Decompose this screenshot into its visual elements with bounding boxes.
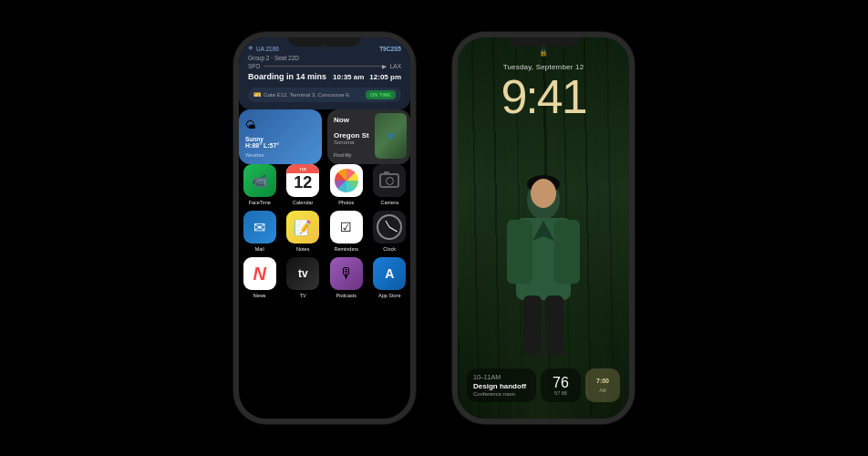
clock-widget-time: 7:00 <box>596 378 609 385</box>
event-location: Conference room <box>473 391 530 397</box>
scene: ✈ UA 2166 T9C2S5 Group 2 · Seat 22D SFO … <box>0 0 868 456</box>
lockscreen-person-area <box>467 128 620 368</box>
clock-widget-label: AM <box>599 388 606 393</box>
app-camera[interactable]: Camera <box>371 164 409 205</box>
phone-right: 🔒 Tuesday, September 12 9:41 <box>452 32 635 424</box>
app-appstore[interactable]: A App Store <box>371 257 409 298</box>
photos-icon <box>335 169 358 192</box>
app-notes[interactable]: 📝 Notes <box>284 211 323 252</box>
group-seat: Group 2 · Seat 22D <box>248 55 299 61</box>
app-mail[interactable]: ✉ Mail <box>241 211 279 252</box>
event-title: Design handoff <box>473 382 530 390</box>
home-screen: ✈ UA 2166 T9C2S5 Group 2 · Seat 22D SFO … <box>239 37 410 298</box>
on-time-badge: ON TIME <box>366 90 396 99</box>
clock-icon <box>377 214 402 240</box>
app-facetime[interactable]: 📹 FaceTime <box>241 164 279 205</box>
app-tv[interactable]: tv TV <box>284 257 323 298</box>
findmy-label: Find My <box>334 152 404 158</box>
temp-range: 57 88 <box>554 390 567 396</box>
app-podcasts[interactable]: 🎙 Podcasts <box>327 257 366 298</box>
svg-rect-6 <box>523 295 542 355</box>
phone-left: ✈ UA 2166 T9C2S5 Group 2 · Seat 22D SFO … <box>233 32 416 424</box>
weather-widget[interactable]: 🌤 Sunny H:88° L:57° Weather <box>239 109 322 164</box>
temperature-widget[interactable]: 76 57 88 <box>541 368 581 402</box>
weather-label: Weather <box>245 152 315 158</box>
destination: LAX <box>390 63 401 69</box>
gate-info: 🎫 Gate E12, Terminal 3, Concourse E <box>253 91 349 98</box>
svg-point-9 <box>531 179 556 208</box>
app-reminders[interactable]: ☑ Reminders <box>327 211 366 252</box>
lock-screen: 🔒 Tuesday, September 12 9:41 <box>458 37 629 419</box>
app-grid: 📹 FaceTime TUE 12 Calendar <box>239 164 410 298</box>
findmy-location: Oregon St <box>334 131 404 140</box>
svg-rect-2 <box>507 220 532 284</box>
origin: SFO <box>248 63 260 69</box>
depart-time: 10:35 am <box>333 73 364 81</box>
findmy-sub: Sonoma <box>334 140 404 145</box>
app-clock[interactable]: Clock <box>371 211 409 252</box>
svg-rect-3 <box>554 220 580 284</box>
camera-dot-right <box>542 45 546 49</box>
widgets-row: 🌤 Sunny H:88° L:57° Weather Now Oregon S… <box>239 109 410 164</box>
calendar-widget[interactable]: 10–11AM Design handoff Conference room <box>467 368 536 402</box>
camera-dot <box>323 45 327 49</box>
news-icon: N <box>253 264 266 285</box>
camera-icon <box>379 173 399 188</box>
weather-temps: H:88° L:57° <box>245 142 315 149</box>
arrive-time: 12:05 pm <box>369 73 401 81</box>
findmy-widget[interactable]: Now Oregon St Sonoma Find My <box>327 109 410 164</box>
person-svg <box>489 168 598 368</box>
flight-airline: ✈ UA 2166 <box>248 45 279 52</box>
now-label: Now <box>334 116 404 124</box>
app-photos[interactable]: Photos <box>327 164 366 205</box>
boarding-text: Boarding in 14 mins <box>248 72 326 81</box>
svg-rect-7 <box>545 295 563 355</box>
app-calendar[interactable]: TUE 12 Calendar <box>284 164 323 205</box>
temp-number: 76 <box>553 376 569 390</box>
airline-icon: ✈ <box>248 45 253 52</box>
weather-condition: Sunny <box>245 136 315 142</box>
clock-widget[interactable]: 7:00 AM <box>585 368 620 402</box>
event-time: 10–11AM <box>473 374 530 380</box>
lock-widgets: 10–11AM Design handoff Conference room 7… <box>467 368 620 411</box>
ticket-code: T9C2S5 <box>379 46 401 52</box>
lock-icon: 🔒 <box>539 48 548 57</box>
weather-icon: 🌤 <box>245 119 256 131</box>
lock-time: 9:41 <box>467 73 620 120</box>
app-news[interactable]: N News <box>241 257 279 298</box>
